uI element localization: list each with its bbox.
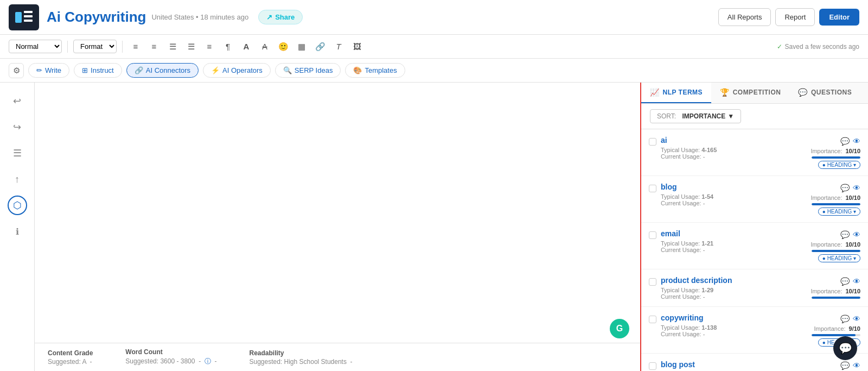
- report-button[interactable]: Report: [775, 8, 815, 26]
- nlp-content-2: email Typical Usage: 1-21 Current Usage:…: [661, 229, 769, 253]
- bold-icon[interactable]: A: [239, 39, 254, 54]
- list-ordered-icon[interactable]: ☰: [165, 39, 180, 54]
- quote-icon-5[interactable]: 💬: [840, 361, 850, 370]
- share-icon[interactable]: ↑: [8, 169, 27, 189]
- nlp-content-0: ai Typical Usage: 4-165 Current Usage: -: [661, 136, 769, 160]
- nlp-actions-5: 💬 👁: [840, 361, 860, 370]
- share-icon: ↗: [266, 13, 272, 21]
- nlp-right-5: 💬 👁 Importance: 9/10: [774, 360, 860, 371]
- link-icon[interactable]: 🔗: [312, 39, 328, 54]
- chat-widget[interactable]: 💬: [833, 336, 857, 360]
- nlp-content-5: blog post Typical Usage: 1-31 Current Us…: [661, 360, 769, 371]
- templates-icon: 🎨: [353, 66, 362, 74]
- heading-badge-2[interactable]: ● HEADING ▾: [818, 254, 860, 262]
- nlp-checkbox-5[interactable]: [649, 362, 656, 370]
- progress-bar-3: [812, 297, 860, 299]
- list-unordered-icon[interactable]: ☰: [183, 39, 199, 54]
- quote-icon-4[interactable]: 💬: [840, 315, 850, 323]
- serp-ideas-button[interactable]: 🔍 SERP Ideas: [275, 63, 341, 78]
- nlp-right-0: 💬 👁 Importance: 10/10 ● HEADING ▾: [774, 136, 860, 169]
- emoji-icon[interactable]: 🙂: [276, 39, 291, 54]
- instruct-button[interactable]: ⊞ Instruct: [74, 63, 122, 78]
- progress-bar-0: [812, 156, 860, 159]
- word-count-minus[interactable]: -: [199, 357, 201, 365]
- instruct-icon: ⊞: [82, 66, 88, 74]
- word-count-plus-icon[interactable]: ⓘ: [205, 357, 211, 365]
- image-icon[interactable]: 🖼: [349, 39, 365, 54]
- write-button[interactable]: ✏ Write: [28, 63, 69, 78]
- heading-badge-1[interactable]: ● HEADING ▾: [818, 207, 860, 216]
- tab-competition[interactable]: 🏆 COMPETITION: [711, 83, 789, 103]
- list-item: blog Typical Usage: 1-54 Current Usage: …: [641, 176, 868, 223]
- nlp-term-4: copywriting: [661, 313, 769, 322]
- nlp-actions-3: 💬 👁: [840, 277, 860, 286]
- justify-icon[interactable]: ≡: [202, 39, 217, 54]
- info-icon[interactable]: ℹ: [8, 222, 27, 241]
- main-layout: ↩ ↪ ☰ ↑ ⬡ ℹ G Content Grade Suggested: A…: [0, 83, 868, 371]
- normal-select[interactable]: Normal Heading 1 Heading 2: [9, 40, 62, 53]
- progress-bar-1: [812, 203, 860, 205]
- quote-icon-1[interactable]: 💬: [840, 184, 850, 192]
- grammarly-icon[interactable]: G: [610, 319, 629, 338]
- quote-icon-0[interactable]: 💬: [840, 137, 850, 146]
- logo: [9, 4, 39, 30]
- quote-icon-2[interactable]: 💬: [840, 230, 850, 239]
- progress-fill-3: [812, 297, 860, 299]
- paragraph-icon[interactable]: ¶: [220, 39, 235, 54]
- nlp-current-2: Current Usage: -: [661, 247, 769, 253]
- redo-icon[interactable]: ↪: [8, 117, 27, 137]
- heading-badge-0[interactable]: ● HEADING ▾: [818, 161, 860, 169]
- share-button[interactable]: ↗ Share: [258, 10, 303, 24]
- editor-area[interactable]: G Content Grade Suggested: A - Word Coun…: [35, 83, 640, 371]
- undo-icon[interactable]: ↩: [8, 91, 27, 111]
- nlp-term-5: blog post: [661, 360, 769, 369]
- nlp-actions-4: 💬 👁: [840, 315, 860, 323]
- saved-status: ✓ Saved a few seconds ago: [777, 43, 859, 51]
- nlp-checkbox-1[interactable]: [649, 185, 656, 192]
- nlp-checkbox-4[interactable]: [649, 316, 656, 323]
- eye-icon-0[interactable]: 👁: [853, 137, 860, 146]
- editor-button[interactable]: Editor: [819, 9, 859, 26]
- importance-row-0: Importance: 10/10: [810, 148, 860, 154]
- ai-operators-button[interactable]: ⚡ AI Operators: [203, 63, 271, 78]
- eye-icon-4[interactable]: 👁: [853, 315, 860, 323]
- clear-format-icon[interactable]: T: [331, 39, 346, 54]
- header-right: All Reports Report Editor: [718, 8, 859, 26]
- nlp-term-0: ai: [661, 136, 769, 144]
- nlp-checkbox-2[interactable]: [649, 231, 656, 239]
- format-select[interactable]: Format: [73, 40, 117, 53]
- nlp-content-4: copywriting Typical Usage: 1-138 Current…: [661, 313, 769, 337]
- quote-icon-3[interactable]: 💬: [840, 277, 850, 286]
- eye-icon-2[interactable]: 👁: [853, 230, 860, 239]
- progress-fill-0: [812, 156, 860, 159]
- nlp-checkbox-0[interactable]: [649, 138, 656, 146]
- eye-icon-3[interactable]: 👁: [853, 277, 860, 286]
- tab-nlp-terms[interactable]: 📈 NLP TERMS: [641, 83, 711, 103]
- sort-button[interactable]: SORT: IMPORTANCE ▼: [650, 109, 741, 123]
- templates-button[interactable]: 🎨 Templates: [345, 63, 405, 78]
- nlp-typical-3: Typical Usage: 1-29: [661, 287, 769, 293]
- copy-icon[interactable]: ⬡: [8, 196, 27, 215]
- all-reports-button[interactable]: All Reports: [718, 8, 771, 26]
- sort-value: IMPORTANCE: [682, 112, 725, 120]
- sort-label: SORT:: [657, 112, 676, 120]
- tab-questions[interactable]: 💬 QUESTIONS: [789, 83, 860, 103]
- ai-connectors-button[interactable]: 🔗 AI Connectors: [126, 63, 199, 78]
- settings-icon[interactable]: ⚙: [9, 63, 24, 78]
- nlp-current-0: Current Usage: -: [661, 153, 769, 160]
- align-left-icon[interactable]: ≡: [128, 39, 143, 54]
- eye-icon-1[interactable]: 👁: [853, 184, 860, 192]
- nlp-checkbox-3[interactable]: [649, 278, 656, 286]
- nlp-actions-1: 💬 👁: [840, 184, 860, 192]
- svg-rect-2: [24, 15, 33, 17]
- eye-icon-5[interactable]: 👁: [853, 361, 860, 370]
- align-center-icon[interactable]: ≡: [146, 39, 162, 54]
- nlp-right-1: 💬 👁 Importance: 10/10 ● HEADING ▾: [774, 183, 860, 216]
- nlp-terms-list: ai Typical Usage: 4-165 Current Usage: -…: [641, 129, 868, 371]
- format-toolbar: Normal Heading 1 Heading 2 Format ≡ ≡ ☰ …: [0, 35, 868, 59]
- svg-rect-1: [24, 11, 33, 13]
- table-icon[interactable]: ▦: [294, 39, 309, 54]
- list-view-icon[interactable]: ☰: [8, 143, 27, 163]
- strikethrough-icon[interactable]: A: [257, 39, 272, 54]
- nlp-right-2: 💬 👁 Importance: 10/10 ● HEADING ▾: [774, 229, 860, 262]
